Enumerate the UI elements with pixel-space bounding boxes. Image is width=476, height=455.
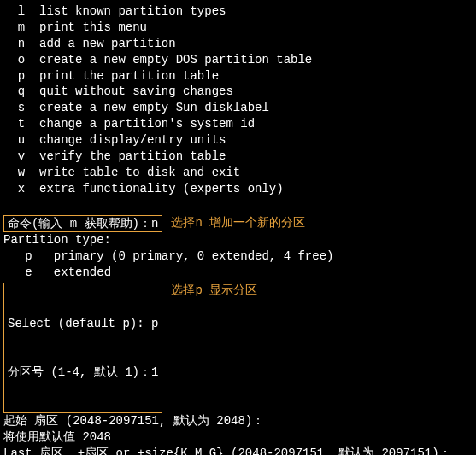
output-block-1: Partition type: p primary (0 primary, 0 … — [3, 232, 473, 281]
annotation-step-2: Select (default p): p 分区号 (1-4, 默认 1)：1 … — [3, 283, 473, 413]
menu-item: mprint this menu — [3, 20, 473, 36]
command-box: Select (default p): p 分区号 (1-4, 默认 1)：1 — [3, 283, 162, 413]
menu-item: wwrite table to disk and exit — [3, 165, 473, 181]
menu-item: llist known partition types — [3, 3, 473, 20]
menu-item: tchange a partition's system id — [3, 116, 473, 132]
menu-item: xextra functionality (experts only) — [3, 181, 473, 197]
menu-item: nadd a new partition — [3, 36, 473, 52]
menu-item: screate a new empty Sun disklabel — [3, 100, 473, 116]
output-block-2: 起始 扇区 (2048-2097151, 默认为 2048)： 将使用默认值 2… — [3, 413, 473, 455]
annotation-step-1: 命令(输入 m 获取帮助)：n 选择n 增加一个新的分区 — [3, 215, 473, 233]
fdisk-menu: llist known partition types mprint this … — [3, 3, 473, 197]
menu-item: qquit without saving changes — [3, 84, 473, 100]
annotation-text: 选择p 显示分区 — [171, 283, 257, 299]
menu-item: pprint the partition table — [3, 68, 473, 85]
annotation-text: 选择n 增加一个新的分区 — [171, 215, 305, 231]
menu-item: ocreate a new empty DOS partition table — [3, 52, 473, 68]
menu-item: vverify the partition table — [3, 149, 473, 165]
command-box: 命令(输入 m 获取帮助)：n — [3, 215, 162, 233]
menu-item: uchange display/entry units — [3, 132, 473, 149]
